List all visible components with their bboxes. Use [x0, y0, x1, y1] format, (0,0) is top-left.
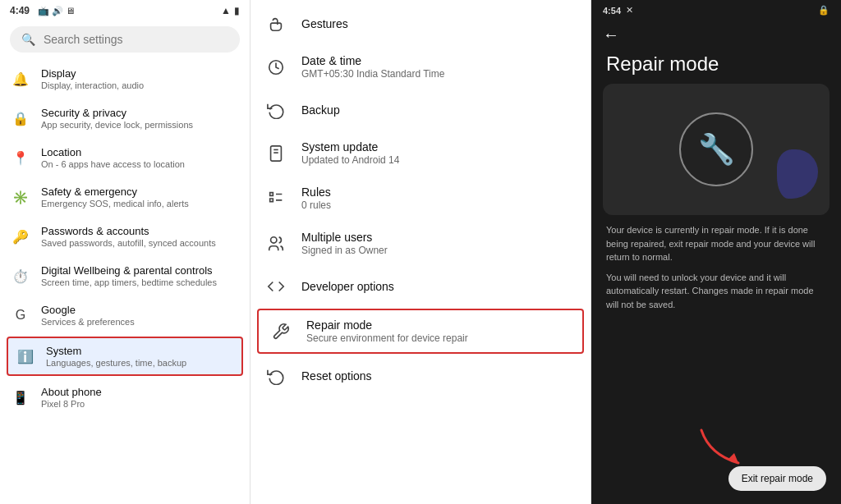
- item-text-passwords: Passwords & accounts Saved passwords, au…: [41, 225, 216, 248]
- item-text-about: About phone Pixel 8 Pro: [41, 386, 102, 409]
- system-item-multiuser[interactable]: Multiple users Signed in as Owner: [250, 221, 591, 266]
- search-bar[interactable]: 🔍: [10, 26, 240, 53]
- sys-icon-repair: [270, 321, 292, 342]
- sys-text-gestures: Gestures: [301, 17, 348, 30]
- sys-title-devopt: Developer options: [301, 280, 394, 293]
- system-item-reset[interactable]: Reset options: [250, 355, 591, 396]
- right-status-time: 4:54: [603, 6, 621, 16]
- item-text-security: Security & privacy App security, device …: [41, 107, 193, 130]
- settings-item-location[interactable]: 📍 Location On - 6 apps have access to lo…: [0, 138, 250, 177]
- sys-text-backup: Backup: [301, 103, 340, 117]
- sys-icon-backup: [265, 99, 287, 121]
- item-title-about: About phone: [41, 386, 102, 398]
- item-title-system: System: [46, 345, 186, 357]
- item-icon-passwords: 🔑: [11, 227, 30, 245]
- sys-title-backup: Backup: [301, 103, 340, 117]
- right-status-extra: ✕: [626, 5, 633, 16]
- left-status-icons: 📺 🔊 🖥: [38, 6, 75, 16]
- system-item-sysupdate[interactable]: System update Updated to Android 14: [250, 131, 591, 176]
- settings-item-passwords[interactable]: 🔑 Passwords & accounts Saved passwords, …: [0, 217, 250, 256]
- item-title-wellbeing: Digital Wellbeing & parental controls: [41, 264, 217, 277]
- item-subtitle-wellbeing: Screen time, app timers, bedtime schedul…: [41, 277, 217, 287]
- sys-title-repair: Repair mode: [306, 318, 468, 332]
- exit-button-row: Exit repair mode: [591, 458, 841, 504]
- settings-item-system[interactable]: ℹ️ System Languages, gestures, time, bac…: [7, 337, 243, 376]
- search-input[interactable]: [44, 33, 228, 46]
- sys-subtitle-repair: Secure environment for device repair: [306, 332, 468, 344]
- wifi-icon: ▲: [221, 5, 231, 16]
- item-text-location: Location On - 6 apps have access to loca…: [41, 146, 185, 169]
- item-text-wellbeing: Digital Wellbeing & parental controls Sc…: [41, 264, 217, 287]
- back-button[interactable]: ←: [591, 21, 841, 49]
- decorative-blob: [777, 149, 818, 199]
- left-status-time: 4:49: [10, 5, 30, 16]
- item-text-display: Display Display, interaction, audio: [41, 67, 144, 90]
- system-item-gestures[interactable]: Gestures: [250, 3, 591, 44]
- item-subtitle-about: Pixel 8 Pro: [41, 399, 102, 409]
- sys-subtitle-datetime: GMT+05:30 India Standard Time: [301, 68, 444, 80]
- settings-item-display[interactable]: 🔔 Display Display, interaction, audio: [0, 59, 250, 99]
- right-battery-icon: 🔒: [818, 5, 830, 16]
- item-icon-safety: ✳️: [11, 188, 30, 206]
- repair-description: Your device is currently in repair mode.…: [591, 215, 841, 318]
- sys-text-sysupdate: System update Updated to Android 14: [301, 140, 399, 166]
- settings-item-google[interactable]: G Google Services & preferences: [0, 296, 250, 335]
- settings-item-safety[interactable]: ✳️ Safety & emergency Emergency SOS, med…: [0, 177, 250, 217]
- sys-text-rules: Rules 0 rules: [301, 186, 331, 211]
- sys-subtitle-rules: 0 rules: [301, 199, 331, 211]
- system-item-repair[interactable]: Repair mode Secure environment for devic…: [257, 309, 584, 354]
- repair-icon-container: 🔧: [679, 112, 753, 186]
- sys-icon-devopt: [265, 276, 287, 297]
- sys-title-multiuser: Multiple users: [301, 231, 388, 244]
- system-item-devopt[interactable]: Developer options: [250, 266, 591, 307]
- system-list: Gestures Date & time GMT+05:30 India Sta…: [250, 0, 591, 504]
- arrow-icon: [693, 422, 759, 471]
- sys-text-devopt: Developer options: [301, 280, 394, 293]
- item-icon-google: G: [11, 306, 30, 324]
- sys-subtitle-sysupdate: Updated to Android 14: [301, 154, 399, 166]
- item-title-google: Google: [41, 304, 135, 316]
- sys-icon-rules: [265, 188, 287, 209]
- repair-mode-title: Repair mode: [591, 49, 841, 84]
- repair-image: 🔧: [603, 84, 830, 215]
- settings-item-about[interactable]: 📱 About phone Pixel 8 Pro: [0, 378, 250, 417]
- sys-icon-reset: [265, 365, 287, 387]
- item-subtitle-display: Display, interaction, audio: [41, 80, 144, 90]
- sys-text-repair: Repair mode Secure environment for devic…: [306, 318, 468, 344]
- settings-item-wellbeing[interactable]: ⏱️ Digital Wellbeing & parental controls…: [0, 256, 250, 296]
- item-icon-system: ℹ️: [16, 347, 34, 365]
- item-subtitle-passwords: Saved passwords, autofill, synced accoun…: [41, 238, 216, 248]
- system-item-rules[interactable]: Rules 0 rules: [250, 176, 591, 221]
- svg-point-4: [271, 236, 277, 242]
- sys-title-reset: Reset options: [301, 369, 372, 383]
- sys-title-sysupdate: System update: [301, 140, 399, 153]
- item-title-passwords: Passwords & accounts: [41, 225, 216, 237]
- status-bar-left: 4:49 📺 🔊 🖥 ▲ ▮: [0, 0, 250, 21]
- item-text-system: System Languages, gestures, time, backup: [46, 345, 186, 368]
- item-icon-display: 🔔: [11, 70, 30, 88]
- middle-panel: Gestures Date & time GMT+05:30 India Sta…: [250, 0, 591, 504]
- item-subtitle-location: On - 6 apps have access to location: [41, 159, 185, 169]
- item-subtitle-security: App security, device lock, permissions: [41, 120, 193, 130]
- item-text-google: Google Services & preferences: [41, 304, 135, 327]
- item-subtitle-safety: Emergency SOS, medical info, alerts: [41, 199, 189, 208]
- item-title-safety: Safety & emergency: [41, 186, 189, 198]
- settings-item-security[interactable]: 🔒 Security & privacy App security, devic…: [0, 99, 250, 138]
- system-item-backup[interactable]: Backup: [250, 89, 591, 131]
- right-panel: 4:54 ✕ 🔒 ← Repair mode 🔧 Your device is …: [591, 0, 841, 504]
- item-icon-about: 📱: [11, 388, 30, 406]
- sys-text-datetime: Date & time GMT+05:30 India Standard Tim…: [301, 54, 444, 80]
- system-item-datetime[interactable]: Date & time GMT+05:30 India Standard Tim…: [250, 44, 591, 89]
- item-title-security: Security & privacy: [41, 107, 193, 119]
- item-icon-wellbeing: ⏱️: [11, 267, 30, 285]
- item-subtitle-google: Services & preferences: [41, 317, 135, 327]
- left-panel: 4:49 📺 🔊 🖥 ▲ ▮ 🔍 🔔 Display Display, inte…: [0, 0, 250, 504]
- sys-text-multiuser: Multiple users Signed in as Owner: [301, 231, 388, 256]
- sys-icon-multiuser: [265, 233, 287, 254]
- item-title-display: Display: [41, 67, 144, 80]
- search-icon: 🔍: [21, 33, 35, 46]
- sys-icon-datetime: [265, 57, 287, 78]
- item-title-location: Location: [41, 146, 185, 158]
- sys-title-rules: Rules: [301, 186, 331, 199]
- sys-icon-gestures: [265, 13, 287, 34]
